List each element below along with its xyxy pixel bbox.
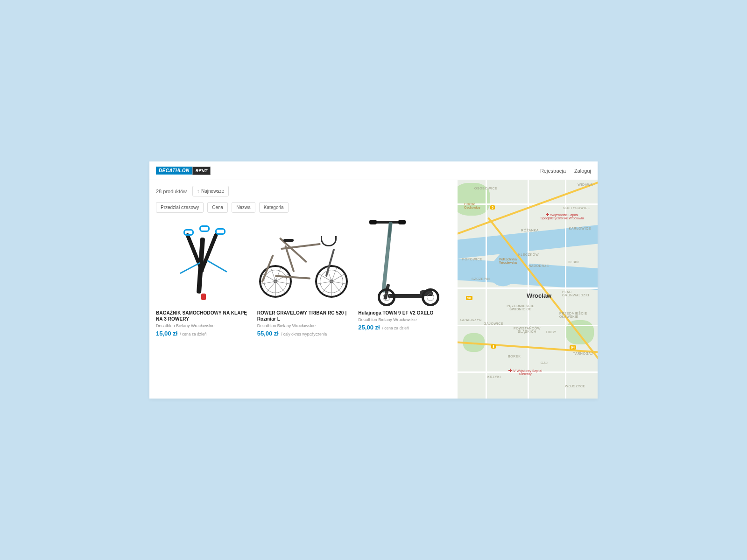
map-district-label: GRABISZYN — [460, 318, 482, 322]
product-price-row: 15,00 zł / cena za dzień — [156, 330, 249, 337]
brand-sub: RENT — [192, 167, 211, 175]
product-price-suffix: / cały okres wypożyczenia — [281, 332, 327, 336]
brand-main: DECATHLON — [156, 167, 192, 175]
top-nav: Rejestracja Zaloguj — [540, 168, 591, 174]
product-count: 28 produktów — [156, 189, 187, 194]
map-district-label: NADODRZE — [529, 264, 549, 267]
map-district-label: WOJSZYCE — [565, 385, 585, 388]
product-price: 15,00 zł — [156, 330, 177, 337]
map-hospital-label: Wojewódzki Szpital Specjalistyczny we Wr… — [540, 213, 585, 220]
map-district-label: TARNOGAJ — [573, 352, 593, 355]
content-body: 28 produktów ↕ Najnowsze Przedział czaso… — [149, 180, 598, 399]
product-price-row: 55,00 zł / cały okres wypożyczenia — [257, 330, 350, 337]
map-district-label: HUBY — [546, 330, 557, 334]
product-price: 55,00 zł — [257, 330, 279, 337]
hospital-icon — [546, 213, 549, 216]
product-thumbnail — [257, 218, 350, 307]
product-title: Hulajnoga TOWN 9 EF V2 OXELO — [358, 310, 451, 316]
map-district-label: POWSTAŃCÓW ŚLĄSKICH — [510, 327, 544, 333]
topbar: DECATHLON RENT Rejestracja Zaloguj — [149, 161, 598, 180]
product-title: BAGAŻNIK SAMOCHODOWY NA KLAPĘ NA 3 ROWER… — [156, 310, 249, 322]
map-district-label: PRZEDMIEŚCIE OŁAWSKIE — [559, 312, 596, 318]
product-card[interactable]: BAGAŻNIK SAMOCHODOWY NA KLAPĘ NA 3 ROWER… — [156, 218, 249, 337]
map-poi-label: Osiedle Osobowice — [464, 203, 491, 209]
map-district-label: PLAC GRUNWALDZKI — [562, 290, 595, 297]
map-district-label: SZCZEPIN — [472, 277, 490, 280]
product-thumbnail — [156, 218, 249, 307]
map-district-label: POPOWICE — [462, 258, 482, 261]
filter-timerange[interactable]: Przedział czasowy — [156, 202, 204, 213]
map-district-label: KARŁOWICE — [569, 227, 591, 230]
map-district-label: KRZYKI — [487, 375, 501, 378]
map-panel[interactable]: 5 94 8 98 Wroclaw WIDAWA OSOBOWICE SOŁTY… — [458, 180, 598, 399]
map-hospital-label: IV Wojskowy Szpital Kliniczny — [506, 369, 544, 376]
map-district-label: OSOBOWICE — [474, 187, 497, 190]
map-district-label: OŁBIN — [568, 260, 579, 264]
product-card[interactable]: Hulajnoga TOWN 9 EF V2 OXELO Decathlon B… — [358, 218, 451, 337]
sort-icon: ↕ — [197, 189, 199, 194]
map-district-label: RÓŻANKA — [521, 229, 539, 232]
map-district-label: WIDAWA — [578, 183, 593, 186]
product-price-row: 25,00 zł / cena za dzień — [358, 324, 451, 331]
product-price-suffix: / cena za dzień — [382, 326, 409, 330]
product-card[interactable]: ROWER GRAVELOWY TRIBAN RC 520 | Rozmiar … — [257, 218, 350, 337]
product-location: Decathlon Bielany Wrocławskie — [358, 317, 451, 322]
bike-rack-illustration — [165, 221, 240, 305]
map-district-label: BOREK — [508, 355, 521, 358]
product-price: 25,00 zł — [358, 324, 380, 331]
brand-logo[interactable]: DECATHLON RENT — [156, 167, 211, 175]
filter-row: Przedział czasowy Cena Nazwa Kategoria — [156, 202, 451, 213]
map-district-label: SOŁTYSOWICE — [563, 206, 590, 210]
map-district-label: KLECZKÓW — [518, 253, 539, 256]
highway-shield: 94 — [570, 345, 576, 350]
product-location: Decathlon Bielany Wrocławskie — [156, 323, 249, 328]
map-district-label: PRZEDMIEŚCIE ŚWIDNICKIE — [503, 304, 538, 311]
listing-meta-row: 28 produktów ↕ Najnowsze — [156, 186, 451, 196]
product-grid: BAGAŻNIK SAMOCHODOWY NA KLAPĘ NA 3 ROWER… — [156, 218, 451, 337]
map-city-label: Wroclaw — [527, 292, 551, 299]
filter-price[interactable]: Cena — [207, 202, 228, 213]
highway-shield: 8 — [491, 344, 496, 349]
highway-shield: 98 — [466, 296, 472, 300]
register-link[interactable]: Rejestracja — [540, 168, 566, 174]
app-window: DECATHLON RENT Rejestracja Zaloguj 28 pr… — [149, 161, 598, 399]
sort-label: Najnowsze — [201, 189, 224, 194]
product-price-suffix: / cena za dzień — [180, 332, 206, 336]
listing-panel: 28 produktów ↕ Najnowsze Przedział czaso… — [149, 180, 458, 399]
login-link[interactable]: Zaloguj — [574, 168, 591, 174]
product-title: ROWER GRAVELOWY TRIBAN RC 520 | Rozmiar … — [257, 310, 350, 322]
hospital-icon — [508, 369, 512, 372]
scooter-illustration — [367, 220, 442, 306]
product-location: Decathlon Bielany Wrocławskie — [257, 323, 350, 328]
sort-dropdown[interactable]: ↕ Najnowsze — [192, 186, 229, 196]
map-district-label: GAJ — [541, 361, 548, 364]
product-thumbnail — [358, 218, 451, 307]
filter-name[interactable]: Nazwa — [232, 202, 255, 213]
map-district-label: GAJOWICE — [484, 322, 503, 325]
map-poi-label: Politechnika Wrocławska — [494, 258, 522, 264]
gravel-bike-illustration — [259, 228, 348, 298]
filter-category[interactable]: Kategoria — [259, 202, 289, 213]
